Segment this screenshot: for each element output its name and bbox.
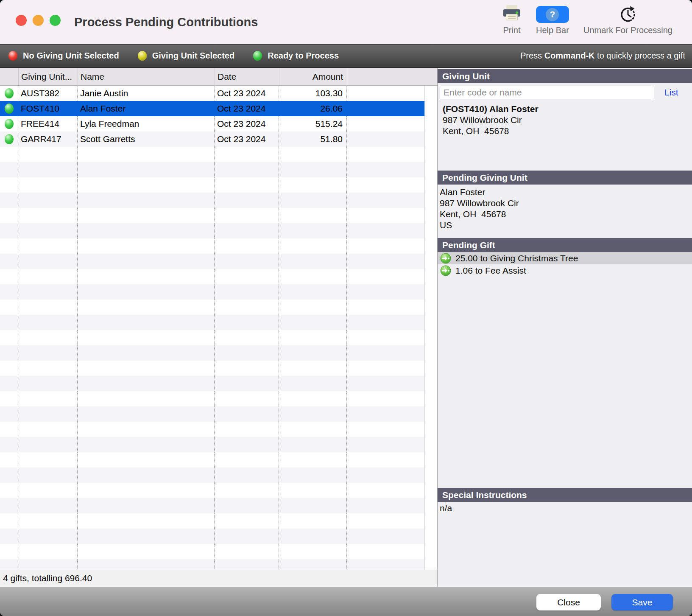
unit-cell: AUST382: [18, 86, 78, 101]
amount-cell: [279, 391, 347, 406]
column-header-giving-unit[interactable]: Giving Unit...: [18, 68, 78, 85]
pending-giving-unit-line: Kent, OH 45678: [440, 209, 519, 220]
pending-gift-row[interactable]: 25.00 to Giving Christmas Tree: [438, 252, 692, 264]
status-cell: [0, 101, 18, 116]
table-row-empty: [0, 422, 424, 437]
giving-unit-title: (FOST410) Alan Foster: [443, 104, 539, 115]
date-cell: [215, 147, 279, 162]
pending-giving-unit-line: 987 Willowbrook Cir: [440, 198, 519, 209]
unit-cell: [18, 208, 78, 223]
name-cell: [78, 315, 215, 330]
filler-cell: [347, 330, 424, 345]
amount-cell: [279, 193, 347, 208]
giving-unit-search-input[interactable]: [440, 86, 654, 99]
selected-giving-unit-address: (FOST410) Alan Foster 987 Willowbrook Ci…: [443, 104, 539, 137]
zoom-window-button[interactable]: [50, 15, 61, 26]
table-row-empty: [0, 406, 424, 422]
help-icon: ?: [536, 6, 569, 23]
date-cell: [215, 254, 279, 269]
table-row[interactable]: FOST410Alan FosterOct 23 202426.06: [0, 101, 424, 116]
name-cell: [78, 162, 215, 177]
date-cell: [215, 300, 279, 315]
status-cell: [0, 330, 18, 345]
column-header-filler: [347, 68, 437, 85]
giving-unit-address-line: Kent, OH 45678: [443, 126, 539, 137]
amount-cell: [279, 300, 347, 315]
status-cell: [0, 391, 18, 406]
status-cell: [0, 116, 18, 132]
help-bar-button[interactable]: ? Help Bar: [536, 6, 569, 35]
status-cell: [0, 284, 18, 300]
table-row[interactable]: FREE414Lyla FreedmanOct 23 2024515.24: [0, 116, 424, 132]
close-window-button[interactable]: [16, 15, 27, 26]
amount-cell: [279, 238, 347, 254]
print-label: Print: [503, 25, 520, 35]
process-gift-arrow-icon: [440, 253, 451, 264]
name-cell: [78, 483, 215, 498]
process-gift-arrow-icon: [440, 265, 451, 276]
table-row-empty: [0, 376, 424, 391]
date-cell: [215, 361, 279, 376]
save-button[interactable]: Save: [611, 594, 673, 610]
unit-cell: [18, 391, 78, 406]
name-cell: [78, 254, 215, 269]
column-header-amount[interactable]: Amount: [279, 68, 347, 85]
name-cell: [78, 513, 215, 529]
footer-bar: Close Save: [0, 587, 692, 616]
date-cell: [215, 559, 279, 570]
unmark-for-processing-button[interactable]: Unmark For Processing: [583, 5, 672, 35]
list-button[interactable]: List: [664, 87, 678, 98]
status-cell: [0, 86, 18, 101]
amount-cell: [279, 559, 347, 570]
main-area: Giving Unit... Name Date Amount AUST382J…: [0, 68, 692, 587]
amount-cell: [279, 162, 347, 177]
date-cell: [215, 345, 279, 361]
unit-cell: [18, 162, 78, 177]
status-cell: [0, 529, 18, 544]
filler-cell: [347, 483, 424, 498]
unit-cell: [18, 437, 78, 452]
table-row-empty: [0, 559, 424, 570]
filler-cell: [347, 208, 424, 223]
date-cell: [215, 498, 279, 513]
giving-unit-address-line: 987 Willowbrook Cir: [443, 115, 539, 126]
column-header-name[interactable]: Name: [78, 68, 215, 85]
name-cell: [78, 437, 215, 452]
minimize-window-button[interactable]: [33, 15, 44, 26]
table-scrollbar-track[interactable]: [424, 86, 437, 570]
date-cell: [215, 468, 279, 483]
print-button[interactable]: Print: [502, 5, 522, 35]
green-status-ball-icon: [253, 51, 262, 61]
close-button[interactable]: Close: [536, 594, 601, 610]
status-cell: [0, 422, 18, 437]
hint-prefix: Press: [520, 51, 544, 60]
table-row[interactable]: GARR417Scott GarrettsOct 23 202451.80: [0, 132, 424, 147]
date-cell: [215, 544, 279, 559]
amount-cell: [279, 147, 347, 162]
filler-cell: [347, 559, 424, 570]
unit-cell: [18, 345, 78, 361]
date-cell: [215, 391, 279, 406]
pending-gift-row[interactable]: 1.06 to Fee Assist: [438, 264, 692, 277]
legend-item-yellow: Giving Unit Selected: [138, 51, 234, 61]
special-instructions-section-header: Special Instructions: [438, 488, 692, 502]
filler-cell: [347, 529, 424, 544]
name-cell: [78, 177, 215, 193]
amount-cell: [279, 406, 347, 422]
filler-cell: [347, 498, 424, 513]
pending-gift-text: 25.00 to Giving Christmas Tree: [455, 253, 578, 263]
status-cell: [0, 132, 18, 147]
name-cell: [78, 361, 215, 376]
unit-cell: [18, 422, 78, 437]
date-cell: Oct 23 2024: [215, 132, 279, 147]
shortcut-hint: Press Command-K to quickly process a gif…: [520, 51, 685, 61]
name-cell: Janie Austin: [78, 86, 215, 101]
name-cell: [78, 147, 215, 162]
amount-cell: [279, 284, 347, 300]
table-row-empty: [0, 330, 424, 345]
table-row[interactable]: AUST382Janie AustinOct 23 2024103.30: [0, 86, 424, 101]
column-header-date[interactable]: Date: [215, 68, 279, 85]
status-cell: [0, 177, 18, 193]
amount-cell: [279, 345, 347, 361]
pending-gift-section-header: Pending Gift: [438, 238, 692, 252]
